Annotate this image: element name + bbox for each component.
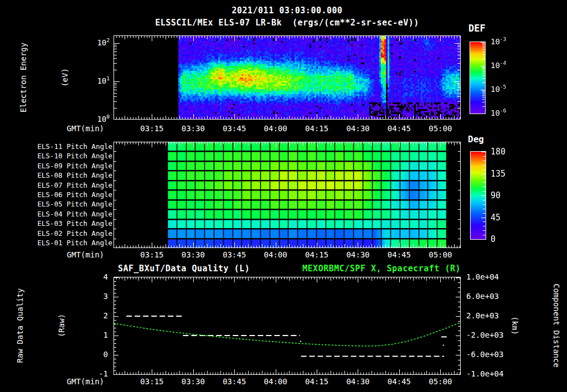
- deg-colorbar-tick-label: 90: [491, 191, 501, 200]
- pitch-row-label: ELS-05 Pitch Angle: [22, 200, 112, 208]
- electron-energy-spectrogram-canvas: [114, 35, 461, 120]
- pitch-row-label: ELS-02 Pitch Angle: [22, 230, 112, 238]
- def-colorbar-tick-label: 10-6: [491, 109, 506, 117]
- deg-colorbar-title: Deg: [468, 135, 484, 145]
- energy-tick-label: 102: [79, 39, 110, 47]
- time-tick-label: 04:00: [259, 251, 292, 259]
- distance-tick-label: 2.0e+03: [466, 312, 499, 320]
- def-colorbar-tick-label: 10-4: [491, 61, 506, 70]
- time-tick-label: 04:15: [300, 251, 333, 259]
- deg-colorbar-tick-label: 135: [491, 169, 506, 179]
- time-tick-label: 03:30: [177, 251, 210, 259]
- quality-distance-canvas: [114, 277, 461, 375]
- title-instrument: ELSSCIL/MEx ELS-07 LR-Bk (ergs/(cm**2-sr…: [58, 18, 516, 28]
- distance-tick-label: 6.0e+03: [466, 292, 499, 301]
- time-tick-label: 03:45: [218, 125, 251, 133]
- time-tick-label: 04:30: [341, 125, 374, 133]
- time-tick-label: 03:30: [177, 125, 210, 133]
- plot-screen: 2021/011 03:03:00.000 ELSSCIL/MEx ELS-07…: [0, 0, 567, 392]
- time-tick-label: 05:00: [424, 378, 457, 386]
- time-tick-label: 03:45: [218, 378, 251, 386]
- distance-tick-label: -2.0e+03: [466, 331, 503, 339]
- time-tick-label: 04:30: [341, 251, 374, 259]
- distance-tick-label: -1.0e+04: [466, 370, 503, 378]
- energy-axis-label-line2: (eV): [58, 43, 72, 112]
- time-tick-label: 03:15: [135, 378, 168, 386]
- time-tick-label: 04:45: [383, 251, 416, 259]
- quality-tick-label: 0: [83, 350, 108, 359]
- deg-colorbar: [470, 151, 492, 240]
- pitch-row-label: ELS-08 Pitch Angle: [22, 172, 112, 179]
- def-colorbar-tick-label: 10-3: [491, 38, 506, 46]
- quality-tick-label: 2: [83, 312, 108, 320]
- pitch-row-label: ELS-03 Pitch Angle: [22, 220, 112, 228]
- def-colorbar-tick-label: 10-5: [491, 85, 506, 94]
- time-tick-label: 05:00: [424, 125, 457, 133]
- distance-tick-label: -6.0e+03: [466, 350, 503, 359]
- time-tick-label: 04:30: [341, 378, 374, 386]
- time-tick-label: 04:00: [259, 378, 292, 386]
- time-tick-label: 03:15: [135, 251, 168, 259]
- time-tick-label: 04:00: [259, 125, 292, 133]
- energy-tick-label: 101: [79, 77, 110, 85]
- quality-tick-label: 4: [83, 273, 108, 281]
- energy-axis-label-line1: Electron Energy: [17, 43, 30, 112]
- time-tick-label: 04:15: [300, 125, 333, 133]
- gmt-axis-label: GMT(min): [49, 251, 104, 259]
- pitch-row-label: ELS-07 Pitch Angle: [22, 182, 112, 189]
- pitch-row-label: ELS-01 Pitch Angle: [22, 239, 112, 247]
- time-tick-label: 03:15: [135, 125, 168, 133]
- distance-axis-label-line2: (km): [508, 283, 522, 368]
- quality-tick-label: 1: [83, 331, 108, 339]
- quality-axis-label-line1: Raw Data Quality: [13, 288, 27, 363]
- distance-tick-label: 1.0e+04: [466, 273, 499, 281]
- pitch-row-label: ELS-06 Pitch Angle: [22, 191, 112, 199]
- time-tick-label: 05:00: [424, 251, 457, 259]
- pitch-row-label: ELS-11 Pitch Angle: [22, 143, 112, 151]
- title-datetime: 2021/011 03:03:00.000: [114, 6, 461, 16]
- pitch-row-label: ELS-09 Pitch Angle: [22, 162, 112, 170]
- energy-tick-label: 100: [79, 115, 110, 123]
- quality-panel-title-right: MEXORBMC/SPF X, Spacecraft (R): [114, 264, 461, 274]
- quality-axis-label-line2: (Raw): [55, 288, 69, 363]
- time-tick-label: 04:45: [383, 378, 416, 386]
- def-colorbar-title: DEF: [468, 23, 486, 34]
- distance-axis-label-line1: Component Distance: [549, 283, 563, 368]
- time-tick-label: 04:15: [300, 378, 333, 386]
- deg-colorbar-tick-label: 180: [491, 147, 506, 157]
- pitch-row-label: ELS-04 Pitch Angle: [22, 210, 112, 218]
- time-tick-label: 03:30: [177, 378, 210, 386]
- quality-tick-label: 3: [83, 292, 108, 301]
- gmt-axis-label: GMT(min): [49, 125, 104, 133]
- deg-colorbar-tick-label: 0: [491, 235, 496, 244]
- gmt-axis-label: GMT(min): [49, 378, 104, 386]
- time-tick-label: 03:45: [218, 251, 251, 259]
- deg-colorbar-tick-label: 45: [491, 213, 501, 223]
- pitch-angle-panels-canvas: [114, 142, 461, 248]
- time-tick-label: 04:45: [383, 125, 416, 133]
- pitch-row-label: ELS-10 Pitch Angle: [22, 152, 112, 160]
- quality-axis-label: Raw Data Quality (Raw): [0, 288, 96, 363]
- def-colorbar: [470, 42, 492, 114]
